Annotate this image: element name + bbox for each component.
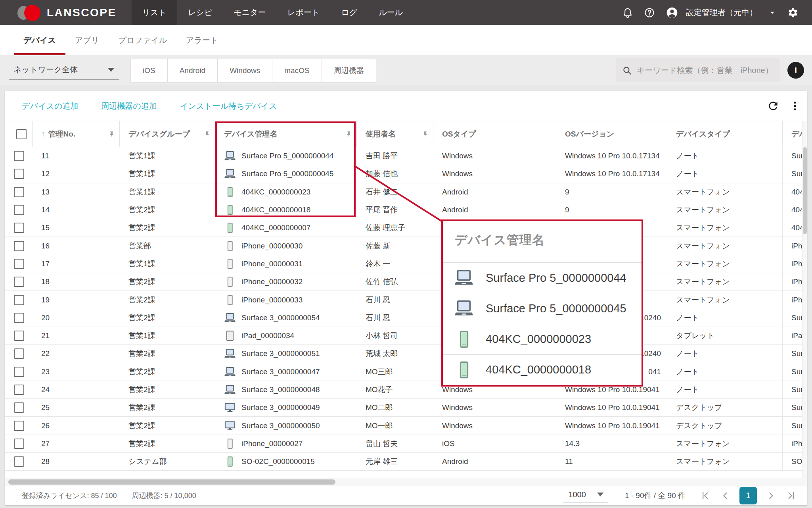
table-row[interactable]: 23 営業2課 Surface 3_0000000047 MO三郎 041 ノー… xyxy=(5,363,807,381)
table-row[interactable]: 15 営業2課 404KC_0000000007 佐藤 理恵子 スマートフォン … xyxy=(5,219,807,237)
refresh-icon[interactable] xyxy=(767,100,779,114)
action-link[interactable]: インストール待ちデバイス xyxy=(180,101,277,112)
action-link[interactable]: デバイスの追加 xyxy=(22,101,78,112)
table-row[interactable]: 12 営業1課 Surface Pro 5_0000000045 加藤 信也 W… xyxy=(5,165,807,183)
table-row[interactable]: 18 営業2課 iPhone_00000032 佐竹 信弘 スマートフォン iP… xyxy=(5,273,807,291)
tab[interactable]: アラート xyxy=(176,25,228,55)
cell-group: 営業2課 xyxy=(120,309,215,327)
column-header[interactable]: ↑ 管理No. xyxy=(33,121,120,147)
callout-device-item: 404KC_0000000018 xyxy=(443,354,642,385)
column-header[interactable]: デバイス管理名 xyxy=(215,121,357,147)
row-checkbox[interactable] xyxy=(14,402,24,413)
os-filter-button[interactable]: macOS xyxy=(272,59,322,82)
row-checkbox[interactable] xyxy=(14,421,24,431)
table-row[interactable]: 20 営業2課 Surface 3_0000000054 石川 忍 10240 … xyxy=(5,309,807,327)
column-header[interactable]: デバイスグループ xyxy=(120,121,215,147)
cell-group: 営業2課 xyxy=(120,219,215,237)
os-filter-group: iOSAndroidWindowsmacOS周辺機器 xyxy=(131,59,376,82)
row-checkbox[interactable] xyxy=(14,295,24,305)
table-row[interactable]: 11 営業1課 Surface Pro 5_0000000044 吉田 勝平 W… xyxy=(5,147,807,165)
os-filter-button[interactable]: iOS xyxy=(131,59,168,82)
row-checkbox[interactable] xyxy=(14,205,24,215)
os-filter-button[interactable]: 周辺機器 xyxy=(322,59,376,82)
row-checkbox[interactable] xyxy=(14,385,24,395)
table-row[interactable]: 28 システム部 SO-02C_0000000015 元岸 雄三 Android… xyxy=(5,453,807,471)
current-page-button[interactable]: 1 xyxy=(739,487,757,504)
last-page-icon[interactable] xyxy=(785,490,797,501)
settings-gear-icon[interactable] xyxy=(787,7,799,18)
os-filter-button[interactable]: Windows xyxy=(218,59,272,82)
row-checkbox[interactable] xyxy=(14,439,24,449)
nav-item[interactable]: ログ xyxy=(330,0,368,25)
more-options-icon[interactable] xyxy=(789,100,801,114)
row-select-cell xyxy=(5,381,33,398)
row-checkbox[interactable] xyxy=(14,348,24,359)
table-row[interactable]: 19 営業2課 iPhone_00000033 石川 忍 スマートフォン iPh… xyxy=(5,291,807,309)
column-header[interactable]: デバイスタイプ xyxy=(667,121,783,147)
row-checkbox[interactable] xyxy=(14,223,24,233)
network-scope-select[interactable]: ネットワーク全体 xyxy=(9,60,119,80)
column-header[interactable]: 使用者名 xyxy=(357,121,433,147)
row-checkbox[interactable] xyxy=(14,277,24,287)
cell-devicetype: スマートフォン xyxy=(667,435,783,452)
action-link[interactable]: 周辺機器の追加 xyxy=(101,101,157,112)
select-all-checkbox[interactable] xyxy=(16,129,27,139)
table-row[interactable]: 26 営業2課 Surface 3_0000000050 MO一郎 Window… xyxy=(5,417,807,435)
next-page-icon[interactable] xyxy=(766,490,777,501)
user-menu-caret-icon[interactable] xyxy=(768,8,777,17)
device-name: Surface Pro 5_0000000044 xyxy=(241,152,333,160)
nav-item[interactable]: ルール xyxy=(368,0,414,25)
tab[interactable]: デバイス xyxy=(14,25,65,55)
tab[interactable]: アプリ xyxy=(65,25,109,55)
tab[interactable]: プロファイル xyxy=(109,25,176,55)
cell-group: 営業2課 xyxy=(120,417,215,434)
cell-group: 営業1課 xyxy=(120,255,215,273)
help-icon[interactable] xyxy=(644,7,655,18)
page-size-select[interactable]: 1000 xyxy=(563,489,608,502)
cell-osversion: 14.3 xyxy=(556,435,667,452)
os-filter-button[interactable]: Android xyxy=(168,59,218,82)
horizontal-scrollbar[interactable] xyxy=(5,478,807,486)
table-row[interactable]: 27 営業2課 iPhone_00000027 畠山 哲夫 iOS 14.3 ス… xyxy=(5,435,807,453)
table-row[interactable]: 24 営業2課 Surface 3_0000000048 MO花子 Window… xyxy=(5,381,807,399)
nav-item[interactable]: リスト xyxy=(132,0,177,25)
cell-no: 14 xyxy=(33,201,120,219)
vertical-scrollbar[interactable] xyxy=(802,121,807,478)
horizontal-scrollbar-thumb[interactable] xyxy=(8,479,335,485)
first-page-icon[interactable] xyxy=(700,490,711,501)
vertical-scrollbar-thumb[interactable] xyxy=(803,147,807,234)
prev-page-icon[interactable] xyxy=(720,490,731,501)
nav-item[interactable]: レポート xyxy=(277,0,330,25)
row-checkbox[interactable] xyxy=(14,313,24,323)
nav-item[interactable]: レシピ xyxy=(177,0,223,25)
cell-group: 営業1課 xyxy=(120,183,215,201)
device-name: Surface 3_0000000047 xyxy=(241,368,320,376)
table-row[interactable]: 16 営業部 iPhone_00000030 佐藤 新 スマートフォン iPho xyxy=(5,237,807,255)
row-checkbox[interactable] xyxy=(14,456,24,467)
keyword-search-input[interactable]: キーワード検索（例：営業 iPhone） xyxy=(616,58,780,82)
table-row[interactable]: 13 営業1課 404KC_0000000023 石井 健二 Android 9… xyxy=(5,183,807,201)
table-row[interactable]: 22 営業2課 Surface 3_0000000051 荒城 太郎 10240… xyxy=(5,345,807,363)
row-checkbox[interactable] xyxy=(14,151,24,161)
column-header[interactable]: OSタイプ xyxy=(433,121,556,147)
info-button[interactable]: i xyxy=(787,62,804,79)
table-row[interactable]: 25 営業2課 Surface 3_0000000049 MO二郎 Window… xyxy=(5,399,807,417)
row-checkbox[interactable] xyxy=(14,241,24,251)
notifications-bell-icon[interactable] xyxy=(622,7,633,18)
callout-title: デバイス管理名 xyxy=(443,221,642,248)
row-checkbox[interactable] xyxy=(14,331,24,341)
row-select-cell xyxy=(5,309,33,327)
cell-user: 加藤 信也 xyxy=(357,165,433,183)
row-checkbox[interactable] xyxy=(14,187,24,197)
row-checkbox[interactable] xyxy=(14,367,24,377)
cell-devicetype: ノート xyxy=(667,165,783,183)
cell-no: 21 xyxy=(33,327,120,344)
table-row[interactable]: 14 営業2課 404KC_0000000018 平尾 晋作 Android 9… xyxy=(5,201,807,219)
nav-item[interactable]: モニター xyxy=(223,0,276,25)
table-row[interactable]: 21 営業1課 iPad_00000034 小林 哲司 タブレット iPad xyxy=(5,327,807,345)
user-avatar-icon[interactable] xyxy=(666,6,678,19)
row-checkbox[interactable] xyxy=(14,259,24,269)
column-header[interactable]: OSバージョン xyxy=(556,121,667,147)
row-checkbox[interactable] xyxy=(14,169,24,179)
table-row[interactable]: 17 営業1課 iPhone_00000031 鈴木 一 スマートフォン iPh… xyxy=(5,255,807,273)
